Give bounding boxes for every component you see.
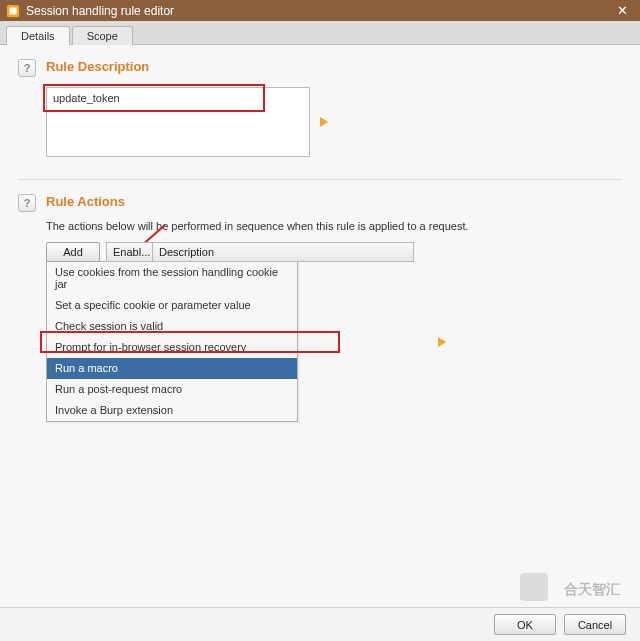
svg-rect-1 xyxy=(10,7,17,14)
rule-description-section: ? Rule Description xyxy=(18,59,622,77)
rule-actions-area: Add Enabl... Description Use cookies fro… xyxy=(46,242,622,422)
cancel-button[interactable]: Cancel xyxy=(564,614,626,635)
tab-details[interactable]: Details xyxy=(6,26,70,45)
expand-icon[interactable] xyxy=(438,337,446,347)
rule-description-heading: Rule Description xyxy=(46,59,149,74)
dialog-body: ? Rule Description update_token ? Rule A… xyxy=(0,45,640,641)
rule-actions-heading: Rule Actions xyxy=(46,194,125,209)
menu-item[interactable]: Run a macro xyxy=(47,358,297,379)
column-header-enabled[interactable]: Enabl... xyxy=(106,242,152,262)
rule-actions-section: ? Rule Actions xyxy=(18,194,622,212)
app-icon xyxy=(6,4,20,18)
help-icon[interactable]: ? xyxy=(18,194,36,212)
expand-icon[interactable] xyxy=(320,117,328,127)
window-title: Session handling rule editor xyxy=(26,4,610,18)
column-header-description[interactable]: Description xyxy=(152,242,414,262)
titlebar: Session handling rule editor ✕ xyxy=(0,0,640,21)
watermark-text: 合天智汇 xyxy=(564,581,620,599)
add-button[interactable]: Add xyxy=(46,242,100,262)
close-icon[interactable]: ✕ xyxy=(610,3,634,18)
actions-toolbar: Add Enabl... Description xyxy=(46,242,414,262)
dialog-footer: OK Cancel xyxy=(0,607,640,641)
menu-item[interactable]: Invoke a Burp extension xyxy=(47,400,297,421)
tab-bar: Details Scope xyxy=(0,21,640,45)
rule-description-wrap: update_token xyxy=(46,87,622,157)
menu-item[interactable]: Run a post-request macro xyxy=(47,379,297,400)
rule-description-input[interactable]: update_token xyxy=(46,87,310,157)
divider xyxy=(18,179,622,180)
ok-button[interactable]: OK xyxy=(494,614,556,635)
menu-item[interactable]: Use cookies from the session handling co… xyxy=(47,262,297,295)
menu-item[interactable]: Set a specific cookie or parameter value xyxy=(47,295,297,316)
rule-actions-intro: The actions below will be performed in s… xyxy=(46,220,622,232)
annotation-box-1 xyxy=(43,84,265,112)
watermark-logo xyxy=(520,573,548,601)
help-icon[interactable]: ? xyxy=(18,59,36,77)
annotation-box-2 xyxy=(40,331,340,353)
tab-scope[interactable]: Scope xyxy=(72,26,133,45)
